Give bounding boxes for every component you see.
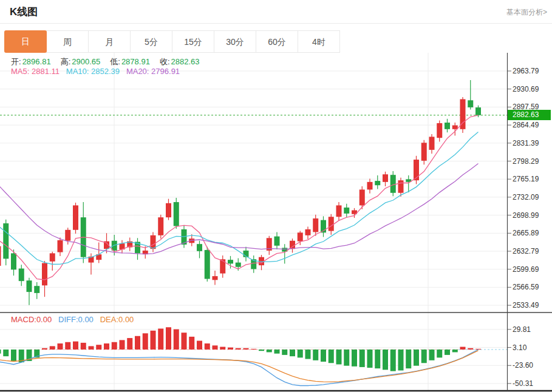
high-label: 高:: [61, 57, 71, 66]
price-axis-label: 2963.79: [513, 66, 550, 76]
high-value: 2900.65: [72, 57, 100, 66]
macd-axis-label: 3.10: [513, 343, 550, 353]
macd-axis-label: -23.60: [513, 360, 550, 370]
macd-axis-label: 29.81: [513, 325, 550, 334]
ma5-legend: MA5: 2881.11: [11, 67, 66, 76]
price-axis-label: 2632.79: [513, 246, 550, 256]
price-axis-label: 2665.89: [513, 228, 550, 238]
diff-value-legend: DIFF:0.00: [58, 315, 100, 324]
open-label: 开:: [11, 57, 21, 66]
price-axis-label: 2566.59: [513, 282, 550, 292]
price-axis-label: 2533.49: [513, 300, 550, 310]
price-axis-label: 2831.39: [513, 138, 550, 148]
price-axis-label: 2765.19: [513, 174, 550, 184]
price-axis-label: 2732.09: [513, 192, 550, 202]
dea-value-legend: DEA:0.00: [100, 315, 134, 324]
low-value: 2878.91: [121, 57, 150, 66]
macd-value-legend: MACD:0.00: [11, 315, 58, 324]
close-label: 收:: [160, 57, 170, 66]
ma10-legend: MA10: 2852.39: [66, 67, 126, 76]
open-value: 2896.81: [22, 57, 51, 66]
macd-axis-label: -50.31: [513, 379, 550, 388]
close-value: 2882.63: [171, 57, 200, 66]
low-label: 低:: [110, 57, 120, 66]
ma20-legend: MA20: 2796.91: [126, 67, 180, 76]
price-axis-label: 2599.69: [513, 265, 550, 274]
ohlc-readout: 开:2896.81高:2900.65低:2878.91收:2882.63: [11, 56, 210, 67]
price-axis-label: 2864.49: [513, 120, 550, 130]
current-price-badge: 2882.63: [508, 110, 551, 120]
ma-legend: MA5: 2881.11 MA10: 2852.39 MA20: 2796.91: [11, 67, 180, 76]
macd-legend: MACD:0.00 DIFF:0.00 DEA:0.00: [11, 315, 134, 324]
tab-day[interactable]: 日: [4, 30, 47, 53]
price-axis-label: 2798.29: [513, 157, 550, 166]
price-axis-label: 2930.69: [513, 84, 550, 94]
price-axis-label: 2698.99: [513, 211, 550, 220]
